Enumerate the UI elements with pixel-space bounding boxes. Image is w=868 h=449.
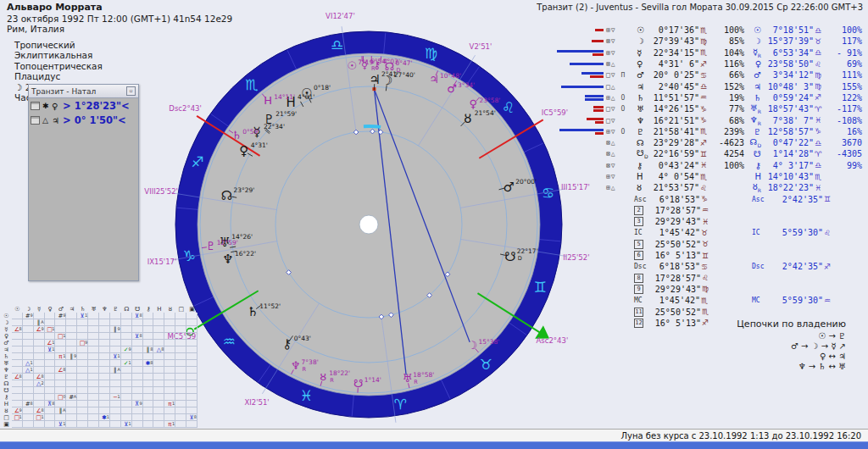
- grid-cell: [186, 313, 198, 319]
- grid-cell: [175, 407, 186, 414]
- birth-datetime: 23 октября 1992 Пт 12:00 (GMT+1) 41n54 1…: [7, 14, 232, 25]
- wheel-line: [460, 194, 537, 208]
- natal-planet-wheel-glyph: ♇: [264, 112, 275, 127]
- grid-cell: [23, 374, 34, 380]
- wheel-line: [194, 297, 214, 306]
- grid-cell: [175, 353, 186, 360]
- grid-cell: [66, 333, 77, 340]
- grid-cell: #8: [23, 401, 34, 407]
- aspect-node-diamond: [389, 313, 394, 318]
- window-pin-button[interactable]: ▫: [126, 86, 136, 96]
- grid-cell: [143, 313, 154, 319]
- grid-header-glyph: □: [175, 306, 186, 313]
- transit-strength-pct: 122%: [825, 93, 862, 103]
- wheel-line: [537, 252, 559, 255]
- zodiac-sign-glyph: ♈: [394, 396, 407, 413]
- zodiac-sign-glyph: ♉: [480, 356, 492, 373]
- transit-planet-wheel-label: 12°59': [217, 239, 238, 247]
- aspect-line: [374, 89, 470, 342]
- grid-cell: π1: [164, 421, 175, 428]
- planet-row: ⊞△ O♄11°51'57"♒19%♄0°59'24"♐122%: [579, 92, 865, 103]
- status-bar: Луна без курса с 23.10.1992 1:13 до 23.1…: [0, 429, 868, 442]
- grid-cell: [34, 394, 45, 401]
- strength-bar: [593, 106, 604, 108]
- transit-planet-wheel-label: 18°58': [413, 371, 434, 379]
- row-flag-icons: ⊠▽: [604, 162, 637, 169]
- natal-house-sign: ♍: [701, 285, 712, 293]
- natal-planet-glyph: ☊: [637, 138, 648, 147]
- transit-longitude: 12°58'57": [761, 127, 814, 136]
- grid-cell: [77, 346, 88, 353]
- transit-planet-glyph: H: [744, 172, 761, 181]
- grid-cell: [132, 353, 143, 360]
- natal-strength-pct: 77%: [710, 104, 744, 114]
- grid-header-glyph: H: [153, 306, 164, 313]
- transit-planet-wheel-glyph: ♄: [231, 129, 242, 141]
- wheel-line: [231, 197, 236, 197]
- transit-planet-flag: R: [303, 366, 307, 373]
- zodiac-sign-glyph: ♐: [191, 153, 203, 170]
- grid-cell: [12, 360, 23, 367]
- row-flag-icons: □▽ O: [604, 105, 637, 113]
- transit-longitude: 18°22'23": [761, 183, 814, 192]
- grid-cell: [110, 333, 121, 340]
- grid-cell: ⊼9: [132, 401, 143, 407]
- grid-header-glyph: ⚷: [1, 394, 12, 401]
- natal-planet-glyph: ☿: [637, 48, 648, 58]
- transit-natal-window[interactable]: Транзит - Натал ▫ ✱♀> 1°28'23"<△♃> 0° 1'…: [28, 84, 139, 281]
- natal-sign-glyph: ♏: [699, 173, 710, 181]
- grid-cell: □1: [12, 414, 23, 421]
- natal-planet-wheel-glyph: H: [286, 95, 295, 110]
- transit-planet-glyph: ☿R: [744, 47, 761, 58]
- grid-cell: [132, 367, 143, 374]
- grid-header-glyph: ȣ: [164, 306, 175, 313]
- natal-strength-pct: 152%: [710, 82, 744, 91]
- house-row: IC1°45'42"♉IC5°59'30"♌: [579, 227, 865, 238]
- grid-cell: [88, 346, 99, 353]
- strength-bar: [570, 63, 604, 65]
- natal-planet-wheel-label: 0°18': [314, 84, 331, 91]
- transit-planet-glyph: ☽: [744, 36, 761, 46]
- grid-cell: [99, 380, 110, 387]
- natal-planet-wheel-glyph: ☉: [301, 86, 312, 101]
- natal-longitude: 14°26'15": [648, 104, 699, 114]
- transit-planet-wheel-label: 6°54': [370, 58, 387, 65]
- house-row: 525°50'52"♉: [579, 239, 865, 250]
- grid-cell: [121, 374, 132, 380]
- grid-cell: [45, 407, 56, 414]
- grid-cell: [66, 313, 77, 319]
- aspect-node-diamond: [378, 130, 383, 135]
- wheel-line: [499, 188, 505, 190]
- grid-cell: [175, 367, 186, 374]
- aspect-node-diamond: [370, 129, 376, 134]
- transit-longitude: 7°18'51": [761, 25, 814, 35]
- grid-cell: [77, 319, 88, 326]
- transit-planet-wheel-label: 3°34': [458, 81, 475, 89]
- grid-cell: [164, 374, 175, 380]
- grid-cell: [55, 374, 66, 380]
- planet-row: ⊞△ȣ21°53'57"♌ȣR18°22'23"♓: [579, 182, 865, 193]
- row-flag-icons: ⊞▽ O: [604, 128, 637, 136]
- transit-planet-wheel-glyph: ȣ: [320, 370, 326, 383]
- wheel-line: [266, 129, 270, 133]
- aspect-strength-bars: [579, 72, 604, 78]
- grid-cell: [99, 346, 110, 353]
- strength-bar: [592, 40, 604, 42]
- wheel-line: [524, 143, 543, 152]
- transit-house-sign: ♒: [823, 297, 834, 305]
- chains-title: Цепочки по владению: [737, 319, 846, 330]
- window-titlebar[interactable]: Транзит - Натал ▫: [29, 85, 138, 98]
- transit-planet-wheel-label: 1°14': [364, 376, 381, 384]
- grid-cell: [164, 319, 175, 326]
- center-type: Топоцентрическая: [14, 61, 232, 72]
- planet-row: ⊠▽⚷0°43'24"♓100%⚷4° 3'17"♎99%: [579, 160, 865, 171]
- grid-cell: ∠8: [12, 374, 23, 380]
- natal-longitude: 11°51'57": [648, 93, 699, 103]
- grid-cell: [186, 374, 198, 380]
- wheel-line: [178, 194, 200, 197]
- grid-cell: [121, 380, 132, 387]
- grid-cell: π1: [55, 353, 66, 360]
- natal-longitude: 22°34'15": [648, 48, 699, 58]
- wheel-line: [287, 50, 297, 69]
- grid-cell: π1: [164, 401, 175, 407]
